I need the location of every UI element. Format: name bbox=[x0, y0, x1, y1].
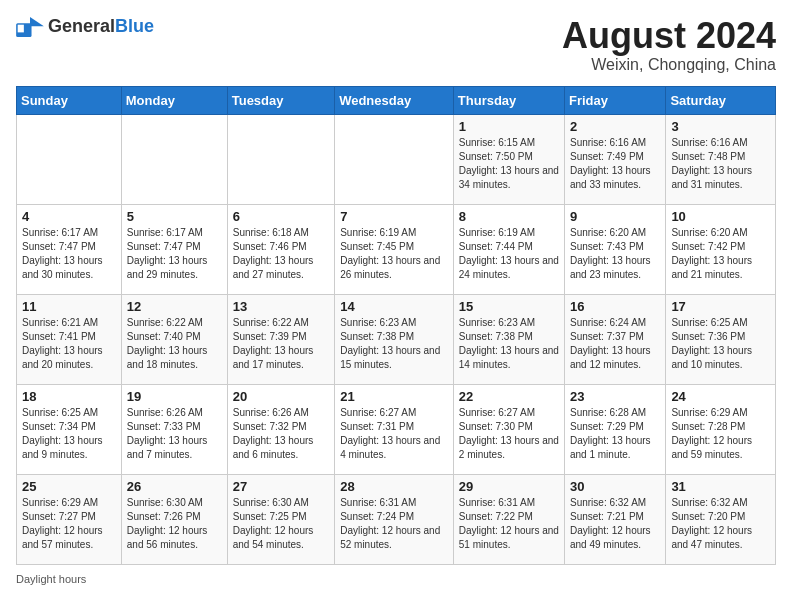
main-title: August 2024 bbox=[562, 16, 776, 56]
day-info: Sunrise: 6:26 AMSunset: 7:33 PMDaylight:… bbox=[127, 406, 222, 462]
calendar-header: SundayMondayTuesdayWednesdayThursdayFrid… bbox=[17, 86, 776, 114]
calendar-cell bbox=[121, 114, 227, 204]
calendar-cell: 23Sunrise: 6:28 AMSunset: 7:29 PMDayligh… bbox=[564, 384, 665, 474]
calendar-cell: 24Sunrise: 6:29 AMSunset: 7:28 PMDayligh… bbox=[666, 384, 776, 474]
calendar-week-4: 18Sunrise: 6:25 AMSunset: 7:34 PMDayligh… bbox=[17, 384, 776, 474]
logo-icon bbox=[16, 17, 44, 37]
day-number: 2 bbox=[570, 119, 660, 134]
calendar-cell: 7Sunrise: 6:19 AMSunset: 7:45 PMDaylight… bbox=[335, 204, 454, 294]
day-number: 16 bbox=[570, 299, 660, 314]
calendar-table: SundayMondayTuesdayWednesdayThursdayFrid… bbox=[16, 86, 776, 565]
day-info: Sunrise: 6:23 AMSunset: 7:38 PMDaylight:… bbox=[340, 316, 448, 372]
calendar-cell bbox=[17, 114, 122, 204]
day-info: Sunrise: 6:16 AMSunset: 7:48 PMDaylight:… bbox=[671, 136, 770, 192]
calendar-cell: 2Sunrise: 6:16 AMSunset: 7:49 PMDaylight… bbox=[564, 114, 665, 204]
day-number: 30 bbox=[570, 479, 660, 494]
calendar-cell: 12Sunrise: 6:22 AMSunset: 7:40 PMDayligh… bbox=[121, 294, 227, 384]
day-info: Sunrise: 6:25 AMSunset: 7:36 PMDaylight:… bbox=[671, 316, 770, 372]
day-number: 3 bbox=[671, 119, 770, 134]
calendar-cell: 28Sunrise: 6:31 AMSunset: 7:24 PMDayligh… bbox=[335, 474, 454, 564]
calendar-cell: 5Sunrise: 6:17 AMSunset: 7:47 PMDaylight… bbox=[121, 204, 227, 294]
day-info: Sunrise: 6:27 AMSunset: 7:30 PMDaylight:… bbox=[459, 406, 559, 462]
weekday-header-sunday: Sunday bbox=[17, 86, 122, 114]
calendar-cell: 31Sunrise: 6:32 AMSunset: 7:20 PMDayligh… bbox=[666, 474, 776, 564]
calendar-cell: 27Sunrise: 6:30 AMSunset: 7:25 PMDayligh… bbox=[227, 474, 334, 564]
day-number: 13 bbox=[233, 299, 329, 314]
day-info: Sunrise: 6:23 AMSunset: 7:38 PMDaylight:… bbox=[459, 316, 559, 372]
day-number: 22 bbox=[459, 389, 559, 404]
day-info: Sunrise: 6:31 AMSunset: 7:24 PMDaylight:… bbox=[340, 496, 448, 552]
day-info: Sunrise: 6:32 AMSunset: 7:20 PMDaylight:… bbox=[671, 496, 770, 552]
weekday-header-friday: Friday bbox=[564, 86, 665, 114]
day-info: Sunrise: 6:22 AMSunset: 7:40 PMDaylight:… bbox=[127, 316, 222, 372]
day-info: Sunrise: 6:18 AMSunset: 7:46 PMDaylight:… bbox=[233, 226, 329, 282]
weekday-header-thursday: Thursday bbox=[453, 86, 564, 114]
day-number: 23 bbox=[570, 389, 660, 404]
calendar-week-5: 25Sunrise: 6:29 AMSunset: 7:27 PMDayligh… bbox=[17, 474, 776, 564]
day-number: 4 bbox=[22, 209, 116, 224]
day-info: Sunrise: 6:19 AMSunset: 7:45 PMDaylight:… bbox=[340, 226, 448, 282]
day-info: Sunrise: 6:17 AMSunset: 7:47 PMDaylight:… bbox=[22, 226, 116, 282]
day-number: 28 bbox=[340, 479, 448, 494]
calendar-cell: 18Sunrise: 6:25 AMSunset: 7:34 PMDayligh… bbox=[17, 384, 122, 474]
weekday-header-wednesday: Wednesday bbox=[335, 86, 454, 114]
day-info: Sunrise: 6:27 AMSunset: 7:31 PMDaylight:… bbox=[340, 406, 448, 462]
day-info: Sunrise: 6:31 AMSunset: 7:22 PMDaylight:… bbox=[459, 496, 559, 552]
calendar-cell: 11Sunrise: 6:21 AMSunset: 7:41 PMDayligh… bbox=[17, 294, 122, 384]
day-number: 27 bbox=[233, 479, 329, 494]
weekday-header-saturday: Saturday bbox=[666, 86, 776, 114]
day-info: Sunrise: 6:32 AMSunset: 7:21 PMDaylight:… bbox=[570, 496, 660, 552]
calendar-cell: 8Sunrise: 6:19 AMSunset: 7:44 PMDaylight… bbox=[453, 204, 564, 294]
footer-text: Daylight hours bbox=[16, 573, 86, 585]
day-number: 6 bbox=[233, 209, 329, 224]
day-info: Sunrise: 6:28 AMSunset: 7:29 PMDaylight:… bbox=[570, 406, 660, 462]
day-number: 25 bbox=[22, 479, 116, 494]
day-number: 14 bbox=[340, 299, 448, 314]
calendar-cell: 3Sunrise: 6:16 AMSunset: 7:48 PMDaylight… bbox=[666, 114, 776, 204]
day-info: Sunrise: 6:21 AMSunset: 7:41 PMDaylight:… bbox=[22, 316, 116, 372]
calendar-cell: 17Sunrise: 6:25 AMSunset: 7:36 PMDayligh… bbox=[666, 294, 776, 384]
calendar-cell: 22Sunrise: 6:27 AMSunset: 7:30 PMDayligh… bbox=[453, 384, 564, 474]
calendar-cell: 9Sunrise: 6:20 AMSunset: 7:43 PMDaylight… bbox=[564, 204, 665, 294]
day-number: 7 bbox=[340, 209, 448, 224]
calendar-cell: 20Sunrise: 6:26 AMSunset: 7:32 PMDayligh… bbox=[227, 384, 334, 474]
calendar-week-1: 1Sunrise: 6:15 AMSunset: 7:50 PMDaylight… bbox=[17, 114, 776, 204]
day-number: 20 bbox=[233, 389, 329, 404]
calendar-cell: 1Sunrise: 6:15 AMSunset: 7:50 PMDaylight… bbox=[453, 114, 564, 204]
calendar-week-2: 4Sunrise: 6:17 AMSunset: 7:47 PMDaylight… bbox=[17, 204, 776, 294]
svg-marker-1 bbox=[30, 17, 44, 26]
day-info: Sunrise: 6:30 AMSunset: 7:25 PMDaylight:… bbox=[233, 496, 329, 552]
calendar-cell: 30Sunrise: 6:32 AMSunset: 7:21 PMDayligh… bbox=[564, 474, 665, 564]
calendar-cell: 19Sunrise: 6:26 AMSunset: 7:33 PMDayligh… bbox=[121, 384, 227, 474]
calendar-cell: 29Sunrise: 6:31 AMSunset: 7:22 PMDayligh… bbox=[453, 474, 564, 564]
logo-general: General bbox=[48, 16, 115, 36]
day-number: 17 bbox=[671, 299, 770, 314]
day-number: 31 bbox=[671, 479, 770, 494]
calendar-cell: 4Sunrise: 6:17 AMSunset: 7:47 PMDaylight… bbox=[17, 204, 122, 294]
day-number: 21 bbox=[340, 389, 448, 404]
day-info: Sunrise: 6:26 AMSunset: 7:32 PMDaylight:… bbox=[233, 406, 329, 462]
day-number: 24 bbox=[671, 389, 770, 404]
calendar-cell: 16Sunrise: 6:24 AMSunset: 7:37 PMDayligh… bbox=[564, 294, 665, 384]
svg-rect-2 bbox=[18, 24, 24, 32]
day-info: Sunrise: 6:16 AMSunset: 7:49 PMDaylight:… bbox=[570, 136, 660, 192]
day-info: Sunrise: 6:22 AMSunset: 7:39 PMDaylight:… bbox=[233, 316, 329, 372]
weekday-header-tuesday: Tuesday bbox=[227, 86, 334, 114]
calendar-cell: 21Sunrise: 6:27 AMSunset: 7:31 PMDayligh… bbox=[335, 384, 454, 474]
weekday-header-row: SundayMondayTuesdayWednesdayThursdayFrid… bbox=[17, 86, 776, 114]
calendar-cell: 6Sunrise: 6:18 AMSunset: 7:46 PMDaylight… bbox=[227, 204, 334, 294]
title-area: August 2024 Weixin, Chongqing, China bbox=[562, 16, 776, 74]
day-info: Sunrise: 6:15 AMSunset: 7:50 PMDaylight:… bbox=[459, 136, 559, 192]
day-info: Sunrise: 6:29 AMSunset: 7:28 PMDaylight:… bbox=[671, 406, 770, 462]
day-number: 15 bbox=[459, 299, 559, 314]
calendar-cell: 25Sunrise: 6:29 AMSunset: 7:27 PMDayligh… bbox=[17, 474, 122, 564]
day-number: 19 bbox=[127, 389, 222, 404]
day-info: Sunrise: 6:25 AMSunset: 7:34 PMDaylight:… bbox=[22, 406, 116, 462]
day-number: 5 bbox=[127, 209, 222, 224]
calendar-cell: 10Sunrise: 6:20 AMSunset: 7:42 PMDayligh… bbox=[666, 204, 776, 294]
footer: Daylight hours bbox=[16, 573, 776, 585]
page-header: GeneralBlue August 2024 Weixin, Chongqin… bbox=[16, 16, 776, 74]
calendar-cell bbox=[227, 114, 334, 204]
day-info: Sunrise: 6:20 AMSunset: 7:43 PMDaylight:… bbox=[570, 226, 660, 282]
day-info: Sunrise: 6:17 AMSunset: 7:47 PMDaylight:… bbox=[127, 226, 222, 282]
